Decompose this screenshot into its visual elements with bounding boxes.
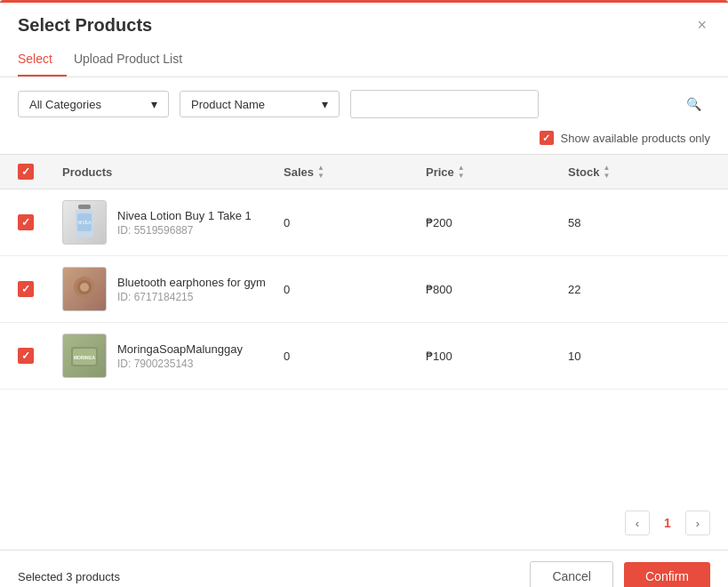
column-header-price[interactable]: Price ▲▼ [426,165,568,180]
category-dropdown[interactable]: All Categories [18,91,169,117]
current-page: 1 [659,516,676,530]
product-cell: NIVEA Nivea Lotion Buy 1 Take 1 ID: 5519… [62,200,284,245]
tab-select[interactable]: Select [18,43,67,76]
row-checkbox[interactable] [18,281,34,297]
modal-header: Select Products × [0,3,728,36]
select-all-checkbox[interactable] [18,164,34,180]
product-image: MORINGA [62,334,107,378]
cancel-button[interactable]: Cancel [530,561,613,587]
select-products-modal: Select Products × Select Upload Product … [0,0,728,587]
table-row: MORINGA MoringaSoapMalunggay ID: 7900235… [0,323,728,390]
product-image: NIVEA [62,200,107,245]
select-all-cell [18,164,62,180]
sort-icon: ▲▼ [317,165,324,180]
sales-value: 0 [284,216,426,229]
modal-footer: Selected 3 products Cancel Confirm [0,550,728,587]
price-value: ₱200 [426,216,568,229]
selected-count: Selected 3 products [18,570,120,583]
tab-upload-product-list[interactable]: Upload Product List [74,43,196,76]
prev-page-button[interactable]: ‹ [625,511,650,535]
svg-text:MORINGA: MORINGA [74,355,96,360]
search-input[interactable] [350,90,539,118]
svg-point-6 [80,283,89,292]
product-cell: MORINGA MoringaSoapMalunggay ID: 7900235… [62,334,284,378]
product-name-dropdown[interactable]: Product Name [180,91,340,117]
column-header-products: Products [62,165,284,179]
column-header-sales[interactable]: Sales ▲▼ [284,165,426,180]
product-info: Bluetooth earphones for gym ID: 67171842… [117,276,284,303]
pagination: ‹ 1 › [0,496,728,550]
chevron-down-icon [322,97,328,111]
svg-text:NIVEA: NIVEA [77,220,92,225]
product-name: Nivea Lotion Buy 1 Take 1 [117,209,284,222]
toolbar: All Categories Product Name 🔍 [0,77,728,131]
stock-value: 58 [568,216,710,229]
product-id: ID: 5519596887 [117,224,284,237]
sort-icon: ▲▼ [603,165,610,180]
product-name: MoringaSoapMalunggay [117,342,284,356]
stock-value: 22 [568,283,710,296]
row-checkbox-cell [18,281,62,297]
search-wrapper: 🔍 [350,90,710,118]
product-image [62,267,107,311]
product-info: MoringaSoapMalunggay ID: 7900235143 [117,342,284,370]
confirm-button[interactable]: Confirm [624,562,710,587]
row-checkbox[interactable] [18,348,34,364]
chevron-down-icon [151,97,157,111]
row-checkbox-cell [18,348,62,364]
product-id: ID: 7900235143 [117,358,284,370]
table-row: NIVEA Nivea Lotion Buy 1 Take 1 ID: 5519… [0,189,728,256]
sales-value: 0 [284,350,426,363]
stock-value: 10 [568,350,710,363]
column-header-stock[interactable]: Stock ▲▼ [568,165,710,180]
available-products-checkbox[interactable] [540,131,554,145]
available-filter-row: Show available products only [0,131,728,154]
tab-bar: Select Upload Product List [0,43,728,77]
next-page-button[interactable]: › [685,511,710,535]
svg-rect-0 [78,205,91,209]
row-checkbox[interactable] [18,214,34,230]
table-body: NIVEA Nivea Lotion Buy 1 Take 1 ID: 5519… [0,189,728,390]
search-icon: 🔍 [686,97,701,111]
table-row: Bluetooth earphones for gym ID: 67171842… [0,256,728,323]
price-value: ₱100 [426,350,568,363]
product-name: Bluetooth earphones for gym [117,276,284,289]
product-info: Nivea Lotion Buy 1 Take 1 ID: 5519596887 [117,209,284,237]
sort-icon: ▲▼ [458,165,465,180]
table-header: Products Sales ▲▼ Price ▲▼ Stock ▲▼ [0,154,728,189]
empty-area [0,390,728,496]
available-filter-label: Show available products only [561,132,710,145]
close-button[interactable]: × [693,16,710,35]
sales-value: 0 [284,283,426,296]
row-checkbox-cell [18,214,62,230]
product-id: ID: 6717184215 [117,291,284,303]
modal-title: Select Products [18,15,152,36]
price-value: ₱800 [426,283,568,296]
product-cell: Bluetooth earphones for gym ID: 67171842… [62,267,284,311]
